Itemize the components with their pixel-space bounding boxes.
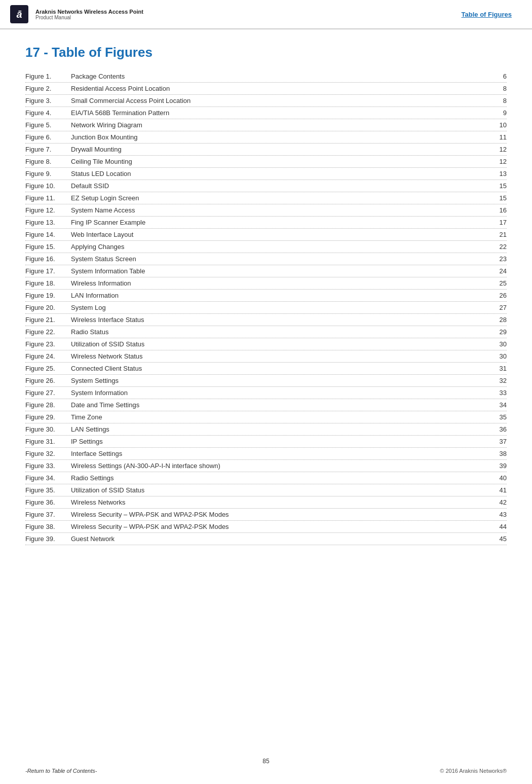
figures-list: Figure 1.Package Contents6Figure 2.Resid…	[25, 70, 507, 545]
figure-row: Figure 24.Wireless Network Status30	[25, 350, 507, 363]
figure-page: 35	[491, 413, 507, 421]
figure-label: Figure 9.	[25, 170, 71, 177]
figure-row: Figure 7.Drywall Mounting12	[25, 144, 507, 156]
figure-row: Figure 32.Interface Settings38	[25, 448, 507, 460]
figure-row: Figure 1.Package Contents6	[25, 70, 507, 83]
figure-label: Figure 33.	[25, 462, 71, 470]
figure-row: Figure 16.System Status Screen23	[25, 253, 507, 265]
figure-name: System Information	[71, 389, 491, 397]
figure-page: 25	[491, 279, 507, 287]
figure-name: Radio Settings	[71, 474, 491, 482]
figure-row: Figure 9.Status LED Location13	[25, 168, 507, 180]
figure-page: 23	[491, 255, 507, 263]
figure-name: Wireless Interface Status	[71, 316, 491, 324]
figure-label: Figure 36.	[25, 498, 71, 506]
return-link[interactable]: -Return to Table of Contents-	[25, 768, 97, 774]
footer-links: -Return to Table of Contents- © 2016 Ara…	[0, 768, 532, 774]
figure-label: Figure 30.	[25, 425, 71, 433]
figure-row: Figure 30.LAN Settings36	[25, 423, 507, 436]
figure-label: Figure 15.	[25, 243, 71, 251]
figure-page: 31	[491, 365, 507, 372]
figure-name: Small Commercial Access Point Location	[71, 97, 491, 104]
figure-label: Figure 28.	[25, 401, 71, 409]
figure-name: IP Settings	[71, 438, 491, 445]
figure-label: Figure 24.	[25, 352, 71, 360]
figure-page: 36	[491, 425, 507, 433]
figure-name: Wireless Network Status	[71, 352, 491, 360]
figure-row: Figure 3.Small Commercial Access Point L…	[25, 95, 507, 107]
figure-name: Network Wiring Diagram	[71, 121, 491, 129]
page-number: 85	[0, 758, 532, 765]
figure-name: Wireless Information	[71, 279, 491, 287]
figure-name: Status LED Location	[71, 170, 491, 177]
figure-page: 39	[491, 462, 507, 470]
figure-page: 12	[491, 158, 507, 165]
figure-label: Figure 34.	[25, 474, 71, 482]
page-header: ā Araknis Networks Wireless Access Point…	[0, 0, 532, 29]
figure-label: Figure 11.	[25, 194, 71, 202]
figure-row: Figure 38.Wireless Security – WPA-PSK an…	[25, 521, 507, 533]
figure-name: Package Contents	[71, 73, 491, 80]
figure-name: Guest Network	[71, 535, 491, 543]
figure-page: 41	[491, 486, 507, 494]
figure-row: Figure 27.System Information33	[25, 387, 507, 399]
figure-row: Figure 10.Default SSID15	[25, 180, 507, 192]
figure-page: 15	[491, 194, 507, 202]
figure-row: Figure 29.Time Zone35	[25, 411, 507, 423]
figure-label: Figure 20.	[25, 304, 71, 311]
figure-name: Fing IP Scanner Example	[71, 219, 491, 226]
figure-label: Figure 1.	[25, 73, 71, 80]
figure-row: Figure 23.Utilization of SSID Status30	[25, 338, 507, 350]
figure-page: 10	[491, 121, 507, 129]
figure-label: Figure 13.	[25, 219, 71, 226]
copyright: © 2016 Araknis Networks®	[440, 768, 507, 774]
figure-row: Figure 15.Applying Changes22	[25, 241, 507, 253]
figure-name: Wireless Security – WPA-PSK and WPA2-PSK…	[71, 511, 491, 518]
figure-page: 16	[491, 206, 507, 214]
figure-name: System Information Table	[71, 267, 491, 275]
figure-page: 11	[491, 133, 507, 141]
figure-page: 8	[491, 97, 507, 104]
figure-row: Figure 31.IP Settings37	[25, 436, 507, 448]
figure-label: Figure 2.	[25, 85, 71, 92]
figure-page: 34	[491, 401, 507, 409]
figure-page: 6	[491, 73, 507, 80]
figure-page: 42	[491, 498, 507, 506]
figure-label: Figure 39.	[25, 535, 71, 543]
figure-row: Figure 8.Ceiling Tile Mounting12	[25, 156, 507, 168]
figure-label: Figure 4.	[25, 109, 71, 117]
figure-page: 26	[491, 292, 507, 299]
figure-row: Figure 17.System Information Table24	[25, 265, 507, 277]
figure-name: Time Zone	[71, 413, 491, 421]
figure-page: 8	[491, 85, 507, 92]
figure-page: 13	[491, 170, 507, 177]
figure-row: Figure 35.Utilization of SSID Status41	[25, 484, 507, 496]
figure-row: Figure 37.Wireless Security – WPA-PSK an…	[25, 509, 507, 521]
figure-label: Figure 7.	[25, 146, 71, 153]
page-footer: 85 -Return to Table of Contents- © 2016 …	[0, 758, 532, 774]
figure-row: Figure 13.Fing IP Scanner Example17	[25, 217, 507, 229]
figure-row: Figure 4.EIA/TIA 568B Termination Patter…	[25, 107, 507, 119]
figure-label: Figure 17.	[25, 267, 71, 275]
figure-row: Figure 11.EZ Setup Login Screen15	[25, 192, 507, 204]
figure-name: Date and Time Settings	[71, 401, 491, 409]
figure-label: Figure 8.	[25, 158, 71, 165]
figure-page: 37	[491, 438, 507, 445]
figure-row: Figure 20.System Log27	[25, 302, 507, 314]
figure-label: Figure 32.	[25, 450, 71, 457]
figure-page: 12	[491, 146, 507, 153]
figure-page: 28	[491, 316, 507, 324]
figure-row: Figure 21.Wireless Interface Status28	[25, 314, 507, 326]
figure-label: Figure 31.	[25, 438, 71, 445]
figure-row: Figure 12.System Name Access16	[25, 204, 507, 217]
figure-label: Figure 12.	[25, 206, 71, 214]
figure-page: 33	[491, 389, 507, 397]
figure-label: Figure 26.	[25, 377, 71, 384]
product-name: Product Manual	[35, 15, 143, 20]
figure-name: Wireless Settings (AN-300-AP-I-N interfa…	[71, 462, 491, 470]
figure-name: Ceiling Tile Mounting	[71, 158, 491, 165]
figure-name: Default SSID	[71, 182, 491, 190]
figure-name: EZ Setup Login Screen	[71, 194, 491, 202]
company-logo: ā	[10, 5, 28, 23]
section-title-header[interactable]: Table of Figures	[462, 11, 512, 18]
